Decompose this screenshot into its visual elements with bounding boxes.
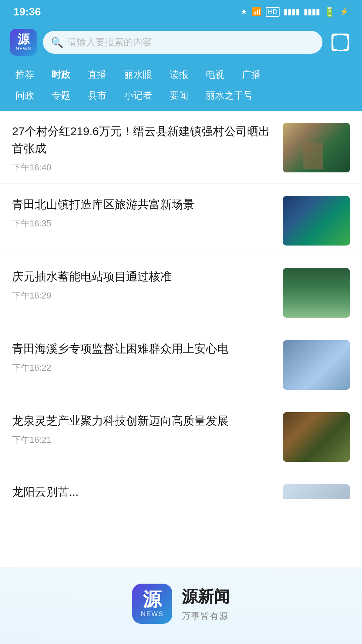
logo-char: 源	[17, 33, 29, 45]
news-title-3: 庆元抽水蓄能电站项目通过核准	[12, 268, 275, 285]
bluetooth-icon: ★	[240, 7, 248, 16]
signal-icon-2: ▮▮▮▮	[304, 7, 320, 16]
status-time: 19:36	[13, 6, 41, 18]
banner-logo: 源 NEWS	[132, 584, 172, 624]
nav-item-shizheng[interactable]: 时政	[43, 66, 79, 84]
news-time-4: 下午16:22	[12, 362, 275, 374]
logo-sub: NEWS	[16, 46, 31, 51]
svg-rect-2	[332, 34, 334, 39]
news-time-2: 下午16:35	[12, 218, 275, 229]
banner-slogan: 万事皆有源	[182, 610, 230, 622]
nav-item-lishui[interactable]: 丽水之干号	[197, 87, 261, 105]
news-text-1: 27个村分红219.6万元！缙云县新建镇强村公司晒出首张成 下午16:40	[12, 123, 275, 173]
banner-text: 源新闻 万事皆有源	[182, 586, 230, 622]
news-title-5: 龙泉灵芝产业聚力科技创新迈向高质量发展	[12, 412, 275, 429]
news-title-1: 27个村分红219.6万元！缙云县新建镇强村公司晒出首张成	[12, 123, 275, 157]
status-icons: ★ 📶 HD ▮▮▮▮ ▮▮▮▮ 🔋 ⚡	[240, 6, 349, 17]
banner-logo-sub: NEWS	[141, 610, 164, 618]
nav-item-zhibo[interactable]: 直播	[79, 66, 115, 84]
battery-icon: 🔋	[324, 6, 336, 17]
news-item[interactable]: 庆元抽水蓄能电站项目通过核准 下午16:29	[0, 256, 362, 328]
banner-logo-row: 源 NEWS 源新闻 万事皆有源	[132, 584, 230, 624]
nav-item-tuijian[interactable]: 推荐	[7, 66, 43, 84]
nav-item-xiaojizhe[interactable]: 小记者	[115, 87, 161, 105]
nav-item-lishuiyan[interactable]: 丽水眼	[115, 66, 161, 84]
nav-item-guangbo[interactable]: 广播	[233, 66, 269, 84]
charging-icon: ⚡	[340, 7, 349, 16]
bottom-banner: 源 NEWS 源新闻 万事皆有源	[0, 567, 362, 644]
search-bar[interactable]: 🔍 请输入要搜索的内容	[43, 31, 322, 54]
news-item[interactable]: 青田海溪乡专项监督让困难群众用上安心电 下午16:22	[0, 328, 362, 400]
nav-tabs: 推荐 时政 直播 丽水眼 读报 电视 广播 问政 专题 县市 小记者 要闻 丽水…	[0, 62, 362, 111]
header: 源 NEWS 🔍 请输入要搜索的内容	[0, 23, 362, 62]
news-title-partial: 龙阳云别苦...	[12, 485, 78, 498]
nav-row-1: 推荐 时政 直播 丽水眼 读报 电视 广播	[7, 66, 355, 84]
hd-badge: HD	[266, 7, 280, 17]
scan-button[interactable]	[328, 31, 352, 54]
scan-icon	[331, 34, 349, 51]
banner-app-name: 源新闻	[182, 586, 230, 607]
news-text-4: 青田海溪乡专项监督让困难群众用上安心电 下午16:22	[12, 340, 275, 374]
status-bar: 19:36 ★ 📶 HD ▮▮▮▮ ▮▮▮▮ 🔋 ⚡	[0, 0, 362, 23]
nav-item-wenzheng[interactable]: 问政	[7, 87, 43, 105]
news-item-partial[interactable]: 龙阳云别苦...	[0, 472, 362, 499]
news-title-4: 青田海溪乡专项监督让困难群众用上安心电	[12, 340, 275, 357]
nav-item-dubao[interactable]: 读报	[161, 66, 197, 84]
news-thumbnail-4	[283, 340, 350, 390]
news-text-5: 龙泉灵芝产业聚力科技创新迈向高质量发展 下午16:21	[12, 412, 275, 446]
search-placeholder: 请输入要搜索的内容	[67, 36, 314, 49]
news-text-2: 青田北山镇打造库区旅游共富新场景 下午16:35	[12, 196, 275, 229]
news-thumbnail-3	[283, 268, 350, 318]
svg-rect-4	[347, 34, 348, 39]
svg-rect-0	[332, 34, 348, 50]
search-icon: 🔍	[51, 37, 63, 48]
news-item[interactable]: 27个村分红219.6万元！缙云县新建镇强村公司晒出首张成 下午16:40	[0, 111, 362, 184]
svg-rect-6	[332, 46, 334, 50]
news-text-3: 庆元抽水蓄能电站项目通过核准 下午16:29	[12, 268, 275, 302]
wifi-icon: 📶	[252, 7, 262, 16]
nav-item-zhuanti[interactable]: 专题	[43, 87, 79, 105]
nav-item-dianshi[interactable]: 电视	[197, 66, 233, 84]
news-thumbnail-5	[283, 412, 350, 462]
news-item[interactable]: 青田北山镇打造库区旅游共富新场景 下午16:35	[0, 184, 362, 256]
news-time-1: 下午16:40	[12, 162, 275, 173]
news-time-5: 下午16:21	[12, 434, 275, 446]
news-list: 27个村分红219.6万元！缙云县新建镇强村公司晒出首张成 下午16:40 青田…	[0, 111, 362, 567]
news-time-3: 下午16:29	[12, 290, 275, 302]
banner-logo-char: 源	[143, 590, 162, 609]
news-thumbnail-2	[283, 196, 350, 246]
nav-item-yaowen[interactable]: 要闻	[161, 87, 197, 105]
news-thumbnail-partial	[283, 484, 350, 499]
app-logo[interactable]: 源 NEWS	[10, 29, 37, 56]
news-title-2: 青田北山镇打造库区旅游共富新场景	[12, 196, 275, 213]
news-thumbnail-1	[283, 123, 350, 172]
nav-item-xianshi[interactable]: 县市	[79, 87, 115, 105]
nav-row-2: 问政 专题 县市 小记者 要闻 丽水之干号	[7, 87, 355, 105]
svg-rect-8	[347, 46, 348, 50]
signal-icon-1: ▮▮▮▮	[284, 7, 300, 16]
news-item[interactable]: 龙泉灵芝产业聚力科技创新迈向高质量发展 下午16:21	[0, 400, 362, 472]
